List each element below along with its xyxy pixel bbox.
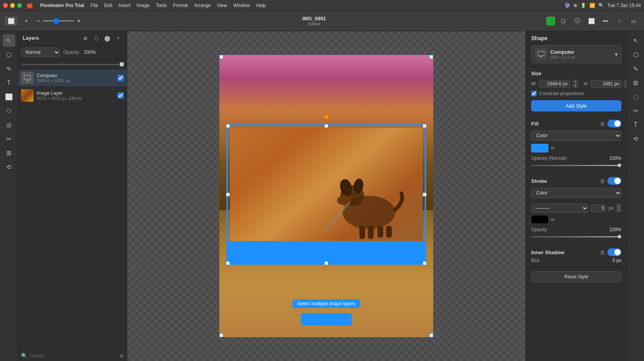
- constrain-checkbox[interactable]: [531, 91, 537, 96]
- handle-bc[interactable]: [324, 261, 328, 265]
- layer-visible-image[interactable]: [117, 92, 124, 99]
- close-btn[interactable]: [3, 3, 8, 8]
- polygon-tool[interactable]: ⬡: [3, 48, 15, 61]
- oval-tool[interactable]: ⬭: [3, 104, 15, 117]
- right-tool-undo[interactable]: ⟲: [630, 133, 642, 145]
- layers-fx-btn[interactable]: ⬤: [103, 34, 111, 42]
- menubar-search-icon[interactable]: 🔍: [598, 3, 604, 8]
- corner-br[interactable]: [429, 333, 433, 337]
- menu-app[interactable]: Pixelmator Pro Trial: [37, 2, 87, 9]
- lasso-tool[interactable]: ◎: [3, 119, 15, 131]
- zoom-in-btn[interactable]: +: [76, 18, 82, 24]
- right-tool-circle[interactable]: ◌: [630, 90, 642, 103]
- corner-tl[interactable]: [219, 55, 223, 59]
- menubar-control-icon[interactable]: ⊕: [573, 3, 577, 8]
- stroke-eyedropper-btn[interactable]: ✏: [551, 217, 555, 223]
- handle-tl[interactable]: [226, 124, 230, 128]
- w-up-btn[interactable]: ▲: [573, 80, 578, 83]
- toolbar-info-btn[interactable]: ⓘ: [571, 15, 583, 27]
- zoom-slider[interactable]: [43, 20, 74, 21]
- fill-color-preview[interactable]: [531, 144, 548, 152]
- menu-window[interactable]: Window: [230, 2, 253, 9]
- reset-style-button[interactable]: Reset Style: [531, 271, 621, 282]
- handle-tr[interactable]: [423, 124, 427, 128]
- w-down-btn[interactable]: ▼: [573, 84, 578, 88]
- width-input[interactable]: [539, 80, 570, 88]
- rotation-handle[interactable]: [324, 115, 328, 119]
- inner-shadow-toggle[interactable]: [607, 248, 621, 256]
- fill-toggle[interactable]: [607, 120, 621, 127]
- layer-item-image[interactable]: Image Layer 3024 × 4032 px, Effects: [18, 87, 127, 104]
- handle-tc[interactable]: [324, 124, 328, 128]
- inner-shadow-delete-btn[interactable]: 🗑: [600, 250, 605, 255]
- small-selection[interactable]: [301, 313, 352, 326]
- handle-br[interactable]: [423, 261, 427, 265]
- grid-tool[interactable]: ⊞: [3, 147, 15, 159]
- sidebar-toggle-btn[interactable]: ⬜: [5, 16, 17, 26]
- right-tool-grid[interactable]: ⊞: [630, 76, 642, 89]
- right-tool-shape[interactable]: ⬡: [630, 48, 642, 61]
- stroke-down-btn[interactable]: ▼: [616, 209, 621, 212]
- menu-insert[interactable]: Insert: [116, 2, 133, 9]
- apple-menu[interactable]: 🍎: [27, 2, 33, 9]
- menu-tools[interactable]: Tools: [153, 2, 170, 9]
- menu-edit[interactable]: Edit: [101, 2, 116, 9]
- toolbar-dropdown-btn[interactable]: ▾: [20, 15, 32, 27]
- menu-view[interactable]: View: [214, 2, 230, 9]
- menubar-wifi-icon[interactable]: 📶: [589, 3, 595, 8]
- right-tool-text[interactable]: T: [630, 119, 642, 131]
- stroke-toggle[interactable]: [607, 177, 621, 185]
- undo-tool[interactable]: ⟲: [3, 161, 15, 173]
- layers-mask-btn[interactable]: ⬡: [93, 34, 100, 42]
- fill-eyedropper-btn[interactable]: ✏: [551, 145, 555, 151]
- layer-visible-computer[interactable]: [117, 75, 124, 81]
- zoom-out-btn[interactable]: −: [35, 18, 41, 24]
- text-tool[interactable]: T: [3, 76, 15, 89]
- handle-ml[interactable]: [226, 193, 230, 196]
- menu-format[interactable]: Format: [170, 2, 191, 9]
- stroke-up-btn[interactable]: ▲: [616, 204, 621, 208]
- brush-tool[interactable]: ✎: [3, 62, 15, 75]
- menubar-battery-icon[interactable]: 🔋: [580, 3, 586, 8]
- minimize-btn[interactable]: [10, 3, 15, 8]
- corner-bl[interactable]: [219, 333, 223, 337]
- menu-help[interactable]: Help: [253, 2, 269, 9]
- stroke-color-preview[interactable]: [531, 215, 548, 224]
- menu-file[interactable]: File: [87, 2, 101, 9]
- right-tool-brush[interactable]: ✎: [630, 62, 642, 75]
- handle-mr[interactable]: [423, 193, 427, 196]
- blend-mode-select[interactable]: Normal: [21, 48, 60, 57]
- color-swatch[interactable]: [546, 17, 555, 25]
- crop-tool[interactable]: ✂: [3, 133, 15, 145]
- layers-add-btn[interactable]: ＋: [114, 34, 122, 42]
- toolbar-more-btn[interactable]: •••: [600, 15, 611, 27]
- stroke-width-input[interactable]: [591, 204, 606, 212]
- stroke-type-select[interactable]: Color: [531, 188, 621, 198]
- right-tool-cursor[interactable]: ↖: [630, 34, 642, 47]
- toolbar-share-btn[interactable]: ↑: [614, 15, 625, 27]
- select-tool[interactable]: ↖: [3, 34, 15, 47]
- canvas-area[interactable]: Select multiple shape layers: [127, 31, 525, 361]
- corner-tr[interactable]: [429, 55, 433, 59]
- fill-delete-btn[interactable]: 🗑: [600, 121, 605, 127]
- layers-search-input[interactable]: [30, 353, 117, 359]
- fill-type-select[interactable]: Color: [531, 131, 621, 141]
- menu-image[interactable]: Image: [133, 2, 153, 9]
- right-tool-scissors[interactable]: ✂: [630, 104, 642, 117]
- layer-item-computer[interactable]: Computer 2949.6 × 2481 px: [18, 69, 127, 87]
- add-style-button[interactable]: Add Style: [531, 100, 621, 111]
- toolbar-mask-btn[interactable]: ⬡: [557, 15, 569, 27]
- handle-bl[interactable]: [226, 261, 230, 265]
- stroke-delete-btn[interactable]: 🗑: [600, 178, 605, 184]
- height-input[interactable]: [591, 80, 622, 88]
- blue-shape[interactable]: [226, 124, 426, 265]
- toolbar-resize-btn[interactable]: ⬜: [585, 15, 597, 27]
- layers-add-group-btn[interactable]: ⊕: [82, 34, 89, 42]
- shape-expand-btn[interactable]: ▾: [615, 51, 618, 58]
- layers-search-options-btn[interactable]: ⊕: [119, 353, 124, 359]
- stroke-style-select[interactable]: ———: [531, 204, 588, 213]
- toolbar-view-btn[interactable]: ▭: [628, 15, 639, 27]
- menubar-siri-icon[interactable]: 🔮: [564, 3, 570, 8]
- maximize-btn[interactable]: [17, 3, 22, 8]
- rect-tool[interactable]: ⬜: [3, 90, 15, 103]
